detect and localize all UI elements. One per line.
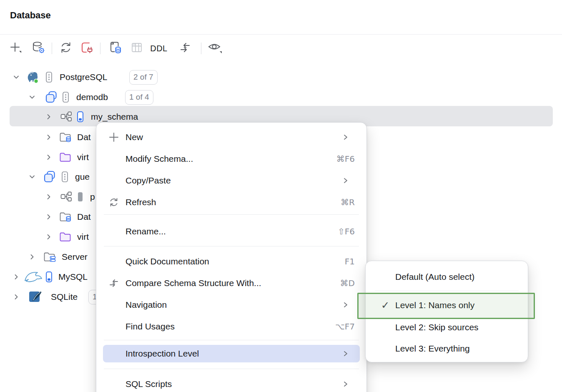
- submenu-chevron-icon: [342, 380, 349, 389]
- tree-item-label[interactable]: MySQL: [58, 272, 88, 282]
- chevron-right-icon[interactable]: [13, 287, 20, 307]
- menu-item-label: Copy/Paste: [125, 176, 171, 186]
- mysql-dolphin-icon: [23, 267, 45, 287]
- submenu-item-level-2[interactable]: Level 2: Skip sources: [371, 317, 522, 338]
- menu-item-quick-documentation[interactable]: Quick Documentation F1: [103, 251, 360, 272]
- submenu-item-label: Default (Auto select): [395, 272, 474, 282]
- introspection-level-indicator-icon: [77, 107, 83, 127]
- tree-item-label[interactable]: p: [90, 192, 95, 202]
- database-icon: [43, 167, 56, 187]
- tree-row-postgresql[interactable]: PostgreSQL 2 of 7: [0, 67, 562, 87]
- submenu-chevron-icon: [342, 301, 349, 310]
- console-database-icon: [108, 41, 122, 56]
- sqlite-icon: [28, 287, 43, 307]
- tree-item-label[interactable]: Dat: [77, 212, 91, 222]
- compare-structure-button[interactable]: [178, 41, 193, 56]
- menu-separator: [104, 369, 359, 369]
- menu-item-introspection-level[interactable]: Introspection Level: [103, 345, 360, 362]
- view-options-button[interactable]: [207, 41, 224, 56]
- tree-row-demodb[interactable]: demodb 1 of 4: [0, 87, 562, 107]
- header-divider: [0, 34, 562, 35]
- tree-item-label[interactable]: Dat: [77, 132, 91, 142]
- chevron-right-icon[interactable]: [45, 107, 53, 127]
- submenu-item-default[interactable]: Default (Auto select): [371, 266, 522, 288]
- chevron-down-icon[interactable]: [28, 87, 36, 107]
- introspection-level-indicator-icon: [77, 187, 83, 207]
- ddl-button[interactable]: DDL: [147, 41, 171, 56]
- submenu-item-label: Level 2: Skip sources: [395, 322, 479, 332]
- menu-separator: [104, 246, 359, 246]
- menu-item-shortcut: ⌘F6: [336, 154, 360, 164]
- tree-item-label[interactable]: SQLite: [51, 292, 78, 302]
- annotation-highlight-box: [357, 293, 535, 319]
- menu-item-label: Rename...: [125, 226, 166, 236]
- submenu-chevron-icon: [342, 177, 349, 186]
- plus-dropdown-icon: [9, 40, 23, 56]
- add-data-source-button[interactable]: [8, 41, 23, 56]
- plus-icon: [108, 131, 120, 143]
- introspection-level-indicator-icon: [46, 67, 52, 87]
- context-menu: New Modify Schema... ⌘F6 Copy/Paste Refr…: [96, 122, 367, 392]
- menu-item-label: Navigation: [125, 300, 167, 310]
- compare-arrows-icon: [178, 41, 192, 56]
- chevron-right-icon[interactable]: [28, 247, 36, 267]
- menu-item-label: Refresh: [125, 197, 156, 207]
- menu-item-new[interactable]: New: [103, 126, 360, 148]
- introspection-level-indicator-icon: [46, 267, 52, 287]
- query-console-button[interactable]: [108, 41, 123, 56]
- chevron-right-icon[interactable]: [45, 207, 53, 227]
- tree-item-label[interactable]: PostgreSQL: [60, 72, 107, 82]
- menu-item-find-usages[interactable]: Find Usages ⌥F7: [103, 316, 360, 337]
- data-source-properties-button[interactable]: [31, 41, 46, 56]
- tree-item-label[interactable]: Server: [62, 252, 88, 262]
- menu-item-navigation[interactable]: Navigation: [103, 294, 360, 316]
- submenu-item-level-3[interactable]: Level 3: Everything: [371, 338, 522, 359]
- folder-database-icon: [59, 207, 73, 227]
- introspection-level-indicator-icon: [63, 87, 69, 107]
- disconnect-button[interactable]: [79, 41, 94, 56]
- tree-item-label[interactable]: my_schema: [91, 112, 138, 122]
- submenu-chevron-icon: [342, 133, 349, 143]
- menu-item-shortcut: ⌘D: [340, 278, 360, 288]
- refresh-button[interactable]: [58, 41, 73, 56]
- menu-item-sql-scripts[interactable]: SQL Scripts: [103, 373, 360, 392]
- submenu-item-label: Level 3: Everything: [395, 344, 470, 354]
- folder-purple-icon: [59, 147, 73, 167]
- compare-arrows-icon: [108, 277, 120, 289]
- menu-item-label: SQL Scripts: [125, 379, 172, 389]
- submenu-separator: [375, 291, 519, 291]
- menu-item-shortcut: ⌘R: [341, 197, 360, 207]
- menu-item-label: New: [125, 132, 143, 142]
- refresh-icon: [59, 41, 73, 56]
- chevron-right-icon[interactable]: [45, 187, 53, 207]
- menu-item-compare-schema-structure[interactable]: Compare Schema Structure With... ⌘D: [103, 272, 360, 294]
- status-badge: 2 of 7: [129, 70, 158, 85]
- chevron-right-icon[interactable]: [13, 267, 20, 287]
- folder-purple-icon: [59, 227, 73, 247]
- disconnect-plug-icon: [80, 41, 93, 56]
- menu-item-modify-schema[interactable]: Modify Schema... ⌘F6: [103, 148, 360, 170]
- menu-item-shortcut: ⌥F7: [335, 322, 360, 332]
- database-tool-window: Database: [0, 0, 562, 392]
- chevron-down-icon[interactable]: [13, 67, 20, 87]
- chevron-down-icon[interactable]: [28, 167, 36, 187]
- menu-item-refresh[interactable]: Refresh ⌘R: [103, 191, 360, 213]
- menu-item-shortcut: F1: [345, 256, 360, 266]
- tree-item-label[interactable]: virt: [77, 152, 89, 162]
- menu-item-rename[interactable]: Rename... ⇧F6: [103, 221, 360, 242]
- page-title: Database: [10, 10, 51, 21]
- chevron-right-icon[interactable]: [45, 147, 53, 167]
- status-badge: 1 of 4: [125, 90, 153, 105]
- schema-icon: [60, 187, 73, 207]
- menu-separator: [104, 214, 359, 215]
- tree-item-label[interactable]: demodb: [76, 92, 108, 102]
- toolbar-separator: [52, 43, 52, 54]
- tree-item-label[interactable]: virt: [77, 232, 89, 242]
- chevron-right-icon[interactable]: [45, 227, 53, 247]
- tree-item-label[interactable]: gue: [75, 172, 90, 182]
- schema-icon: [60, 107, 73, 127]
- chevron-right-icon[interactable]: [45, 127, 53, 147]
- menu-item-copy-paste[interactable]: Copy/Paste: [103, 170, 360, 191]
- table-editor-button[interactable]: [129, 41, 144, 56]
- toolbar-separator: [201, 43, 201, 54]
